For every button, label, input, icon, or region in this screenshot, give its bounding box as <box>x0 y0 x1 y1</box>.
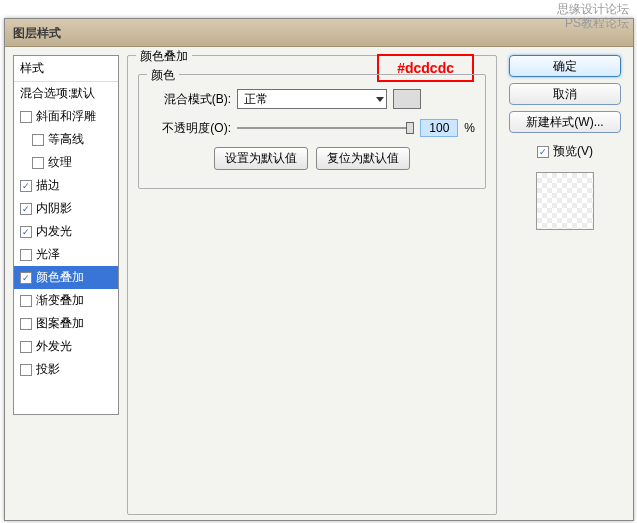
style-item[interactable]: 光泽 <box>14 243 118 266</box>
style-item-label: 内发光 <box>36 223 72 240</box>
style-checkbox[interactable] <box>20 364 32 376</box>
styles-header[interactable]: 样式 <box>14 56 118 82</box>
new-style-button[interactable]: 新建样式(W)... <box>509 111 621 133</box>
style-checkbox[interactable] <box>20 249 32 261</box>
style-item-label: 光泽 <box>36 246 60 263</box>
style-item-label: 颜色叠加 <box>36 269 84 286</box>
style-checkbox[interactable]: ✓ <box>20 272 32 284</box>
opacity-label: 不透明度(O): <box>149 120 231 137</box>
style-item-label: 内阴影 <box>36 200 72 217</box>
style-checkbox[interactable] <box>20 295 32 307</box>
color-swatch[interactable] <box>393 89 421 109</box>
opacity-unit: % <box>464 121 475 135</box>
style-checkbox[interactable]: ✓ <box>20 203 32 215</box>
style-checkbox[interactable]: ✓ <box>20 180 32 192</box>
style-item-label: 斜面和浮雕 <box>36 108 96 125</box>
styles-list: 样式 混合选项:默认 斜面和浮雕等高线纹理✓描边✓内阴影✓内发光光泽✓颜色叠加渐… <box>13 55 119 415</box>
blend-mode-value: 正常 <box>244 91 268 108</box>
style-item[interactable]: 纹理 <box>14 151 118 174</box>
layer-style-dialog: 图层样式 样式 混合选项:默认 斜面和浮雕等高线纹理✓描边✓内阴影✓内发光光泽✓… <box>4 18 634 521</box>
blend-options-item[interactable]: 混合选项:默认 <box>14 82 118 105</box>
style-item[interactable]: 图案叠加 <box>14 312 118 335</box>
reset-default-button[interactable]: 复位为默认值 <box>316 147 410 170</box>
blend-mode-label: 混合模式(B): <box>149 91 231 108</box>
style-item-label: 纹理 <box>48 154 72 171</box>
style-checkbox[interactable] <box>20 318 32 330</box>
style-item[interactable]: ✓描边 <box>14 174 118 197</box>
style-checkbox[interactable] <box>20 111 32 123</box>
style-checkbox[interactable] <box>32 134 44 146</box>
style-item-label: 图案叠加 <box>36 315 84 332</box>
style-item-label: 描边 <box>36 177 60 194</box>
style-item-label: 等高线 <box>48 131 84 148</box>
group-title: 颜色叠加 <box>136 48 192 65</box>
color-group: 颜色 混合模式(B): 正常 不透明度(O): <box>138 74 486 189</box>
style-checkbox[interactable]: ✓ <box>20 226 32 238</box>
cancel-button[interactable]: 取消 <box>509 83 621 105</box>
opacity-slider[interactable] <box>237 120 414 136</box>
inner-title: 颜色 <box>147 67 179 84</box>
style-item-label: 渐变叠加 <box>36 292 84 309</box>
set-default-button[interactable]: 设置为默认值 <box>214 147 308 170</box>
style-item-label: 外发光 <box>36 338 72 355</box>
preview-label: 预览(V) <box>553 143 593 160</box>
style-item[interactable]: 外发光 <box>14 335 118 358</box>
style-checkbox[interactable] <box>32 157 44 169</box>
ok-button[interactable]: 确定 <box>509 55 621 77</box>
watermark-1: 思缘设计论坛 <box>557 2 629 16</box>
style-item[interactable]: ✓内发光 <box>14 220 118 243</box>
color-overlay-group: 颜色叠加 #dcdcdc 颜色 混合模式(B): 正常 不透明度(O): <box>127 55 497 515</box>
preview-swatch <box>536 172 594 230</box>
preview-checkbox[interactable]: ✓ <box>537 146 549 158</box>
style-checkbox[interactable] <box>20 341 32 353</box>
chevron-down-icon <box>376 97 384 102</box>
dialog-title: 图层样式 <box>5 19 633 47</box>
style-item-label: 投影 <box>36 361 60 378</box>
opacity-input[interactable]: 100 <box>420 119 458 137</box>
style-item[interactable]: 渐变叠加 <box>14 289 118 312</box>
blend-mode-dropdown[interactable]: 正常 <box>237 89 387 109</box>
style-item[interactable]: 等高线 <box>14 128 118 151</box>
style-item[interactable]: ✓颜色叠加 <box>14 266 118 289</box>
watermark-2: PS教程论坛 <box>557 16 629 30</box>
style-item[interactable]: 投影 <box>14 358 118 381</box>
style-item[interactable]: 斜面和浮雕 <box>14 105 118 128</box>
style-item[interactable]: ✓内阴影 <box>14 197 118 220</box>
